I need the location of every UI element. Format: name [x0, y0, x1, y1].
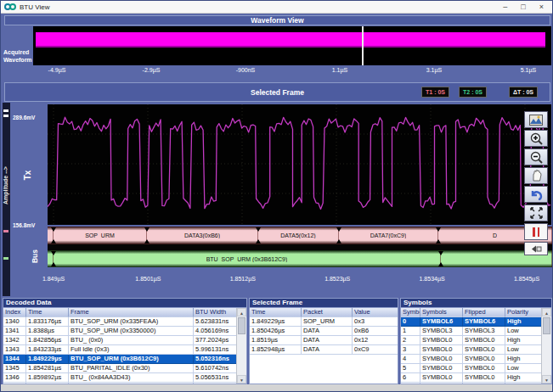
undo-icon[interactable]: [524, 186, 548, 203]
bus-frame-segment[interactable]: BTU_SOP_URM (0x3B612C9): [54, 250, 441, 267]
table-cell: SYMBOL3: [463, 327, 505, 336]
table-row[interactable]: 13451.854281µsBTU_PARITAL_IDLE (0x30)5.6…: [3, 364, 238, 373]
table-cell: 6: [401, 373, 420, 383]
pan-hand-icon[interactable]: [524, 167, 548, 184]
table-row[interactable]: 3SYMBOL0SYMBOL0Low: [401, 345, 542, 355]
table-row[interactable]: 13411.8388µsBTU_SOP_URM (0x3350000)4.056…: [3, 327, 238, 336]
maximize-button[interactable]: □: [521, 1, 525, 13]
table-cell: SYMBOL3: [420, 327, 463, 336]
column-header[interactable]: Symbols: [420, 308, 463, 317]
table-row[interactable]: 13431.843233µsFull Idle (0x3)5.996131ns: [3, 345, 238, 355]
table-row[interactable]: 5SYMBOL0SYMBOL0Low: [401, 364, 542, 373]
bus-channel-label: Bus: [31, 249, 39, 263]
column-header[interactable]: BTU Width: [194, 308, 238, 317]
table-cell: SYMBOL0: [463, 345, 505, 355]
tx-channel-label: Tx: [23, 171, 32, 181]
time-axis-label: -4.9µS: [48, 67, 66, 73]
column-header[interactable]: Time: [26, 308, 69, 317]
table-row[interactable]: 1.852948µsDATA0xC9: [250, 345, 398, 355]
window-title: BTU View: [20, 3, 49, 11]
window-bottom-strip: [1, 384, 553, 392]
table-cell: SOP_URM: [302, 317, 353, 327]
waveform-view-title: Waveform View: [251, 16, 303, 25]
close-button[interactable]: ×: [539, 1, 544, 13]
column-header[interactable]: Packet: [302, 308, 353, 317]
selected-frame-panel: Selected Frame TimePacketValue1.849229µs…: [249, 298, 398, 384]
bus-frame-segment[interactable]: SOP_URM: [54, 227, 147, 244]
time-axis-label: 1.8545µS: [514, 276, 539, 282]
selected-frame-table-title: Selected Frame: [249, 298, 398, 308]
table-cell: 5.996131ns: [194, 345, 238, 355]
table-cell: 0xB6: [353, 327, 398, 336]
table-row[interactable]: 13401.833176µsBTU_SOP_URM (0x335FEAA)5.6…: [3, 317, 238, 327]
table-cell: 1.849229µs: [26, 355, 69, 364]
table-cell: 1345: [3, 364, 26, 373]
symbols-scrollbar[interactable]: ▲ ▼: [541, 308, 551, 384]
title-bar: BTU View – □ ×: [1, 1, 553, 14]
table-cell: Low: [505, 327, 542, 336]
selected-frame-table: TimePacketValue1.849229µsSOP_URM0x31.850…: [250, 308, 398, 355]
column-header[interactable]: Frame: [69, 308, 194, 317]
table-row[interactable]: 1.850426µsDATA0xB6: [250, 327, 398, 336]
table-cell: 4.056169ns: [194, 327, 238, 336]
zoom-out-icon[interactable]: [524, 148, 548, 165]
zoom-in-icon[interactable]: [524, 130, 548, 147]
t1-cursor-readout[interactable]: T1 : 0S: [421, 87, 449, 98]
table-cell: SYMBOL0: [420, 373, 463, 383]
tx-waveform-trace: [48, 117, 550, 209]
capture-icon[interactable]: [524, 111, 548, 128]
table-cell: 1341: [3, 327, 26, 336]
table-row[interactable]: 13421.842856µsBTU_ (0x0)377.2024ps: [3, 336, 238, 345]
table-row[interactable]: 2SYMBOL0SYMBOL0High: [401, 336, 542, 345]
bus-frame-segment[interactable]: DATA7(0xC9): [339, 227, 438, 244]
table-cell: 1342: [3, 336, 26, 345]
table-cell: SYMBOL0: [463, 364, 505, 373]
table-cell: BTU_SOP_URM (0x335FEAA): [69, 317, 194, 327]
table-row[interactable]: 1.849229µsSOP_URM0x3: [250, 317, 398, 327]
table-row[interactable]: 0SYMBOL6SYMBOL6High: [401, 317, 542, 327]
column-header[interactable]: Polarity: [505, 308, 542, 317]
selected-frame-plot[interactable]: [48, 104, 551, 225]
table-cell: 1.850426µs: [250, 327, 302, 336]
acquired-time-axis: -4.9µS-2.9µS-900nS1.1µS3.1µS5.1µS: [33, 67, 551, 76]
scroll-up-icon: ▲: [542, 308, 551, 316]
bus-frame-label: BTU_SOP_URM (0x3B612C9): [206, 256, 288, 262]
acquired-waveform-trace: [36, 32, 545, 46]
table-header-row: IndexTimeFrameBTU Width: [3, 308, 238, 317]
acquired-waveform-plot[interactable]: [33, 26, 551, 65]
table-row[interactable]: 4SYMBOL0SYMBOL0High: [401, 355, 542, 364]
table-cell: Low: [505, 364, 542, 373]
time-axis-label: 1.8501µS: [135, 276, 161, 282]
table-header-row: TimePacketValue: [250, 308, 398, 317]
waveform-cursor[interactable]: [362, 26, 364, 65]
minimize-button[interactable]: –: [503, 1, 507, 13]
table-cell: High: [505, 373, 542, 383]
scroll-up-icon: ▲: [237, 308, 246, 316]
column-header[interactable]: Flipped: [463, 308, 505, 317]
time-axis-label: -2.9µS: [143, 67, 161, 73]
t2-cursor-readout[interactable]: T2 : 0S: [459, 87, 487, 98]
column-header[interactable]: Value: [353, 308, 398, 317]
table-cell: BTU_SOP_URM (0x3350000): [69, 327, 194, 336]
bus-frame-segment[interactable]: DATA5(0x12): [258, 227, 339, 244]
hide-icon[interactable]: [524, 242, 548, 255]
table-row[interactable]: 6SYMBOL0SYMBOL0High: [401, 373, 542, 383]
bus-frame-label: DATA5(0x12): [280, 232, 315, 238]
table-row[interactable]: 1SYMBOL3SYMBOL3Low: [401, 327, 542, 336]
selected-frame-time-axis: 1.849µS1.8501µS1.8512µS1.8523µS1.8534µS1…: [48, 276, 552, 285]
waveform-view-header: Waveform View: [4, 15, 550, 25]
table-cell: High: [505, 317, 542, 327]
bus-frame-segment[interactable]: DATA3(0xB6): [147, 227, 258, 244]
symbols-table: SymbolSymbolsFlippedPolarity0SYMBOL6SYMB…: [401, 308, 542, 384]
selected-frame-header: Selected Frame T1 : 0S T2 : 0S ΔT : 0S: [4, 82, 550, 102]
table-row[interactable]: 1.8519µsDATA0x12: [250, 336, 398, 345]
fit-screen-icon[interactable]: [524, 204, 548, 221]
column-header[interactable]: Time: [250, 308, 302, 317]
decoded-data-scrollbar[interactable]: ▲ ▼: [236, 308, 246, 384]
table-row[interactable]: 13461.859892µsBTU_ (0x84AA3D43)5.056531n…: [3, 373, 238, 383]
pause-icon[interactable]: [524, 223, 548, 240]
column-header[interactable]: Symbol: [401, 308, 420, 317]
table-row[interactable]: 13441.849229µsBTU_SOP_URM (0x3B612C9)5.0…: [3, 355, 238, 364]
column-header[interactable]: Index: [3, 308, 26, 317]
decoded-data-table: IndexTimeFrameBTU Width13401.833176µsBTU…: [3, 308, 238, 384]
